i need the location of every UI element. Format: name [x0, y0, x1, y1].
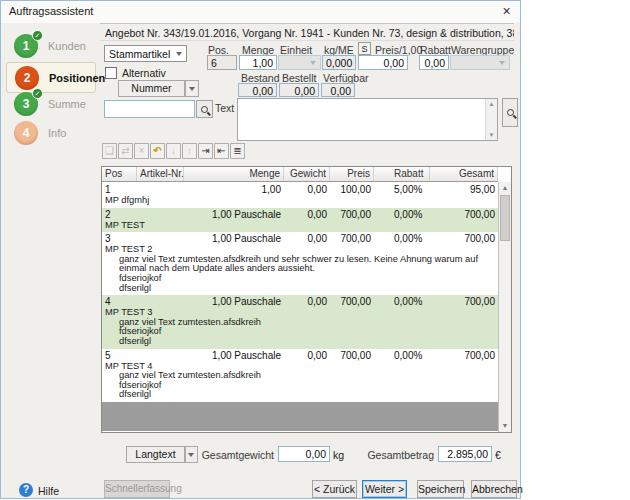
chevron-down-icon — [176, 52, 182, 56]
article-type-select[interactable]: Stammartikel — [104, 45, 187, 62]
position-text-line: dfserilgl — [102, 390, 498, 400]
scroll-down-icon[interactable]: ▼ — [486, 130, 497, 140]
position-text-line: fdseriojkof — [102, 274, 498, 284]
column-header-rabatt[interactable]: Rabatt — [374, 167, 430, 181]
nummer-dropdown-button[interactable] — [185, 80, 199, 97]
alternativ-label: Alternativ — [122, 67, 166, 79]
position-text-line: fdseriojkof — [102, 381, 498, 391]
s-toggle[interactable]: S — [358, 42, 371, 55]
step-done-check-icon: ✓ — [32, 88, 43, 99]
preis-field[interactable]: 0,00 — [358, 55, 408, 70]
step-number-circle: 4 — [14, 121, 38, 145]
column-header-artikelnr[interactable]: Artikel-Nr. — [137, 167, 184, 181]
step-label: Summe — [48, 98, 86, 110]
position-list-icon[interactable]: ≣ — [230, 143, 245, 159]
cell-preis: 100,00 — [330, 183, 374, 196]
delete-position-icon: × — [134, 143, 149, 159]
cell-gesamt: 700,00 — [430, 295, 498, 308]
gesamtgewicht-unit: kg — [333, 449, 344, 461]
speichern-button[interactable]: Speichern — [417, 480, 464, 498]
langtext-button[interactable]: Langtext — [126, 446, 185, 463]
sidebar-step-info[interactable]: 4Info — [6, 118, 96, 149]
cell-artikel — [137, 349, 184, 362]
window-title: Auftragsassistent — [9, 5, 93, 17]
help-label[interactable]: Hilfe — [38, 485, 59, 497]
text-label: Text — [215, 102, 234, 114]
pos-field: 6 — [207, 55, 237, 70]
cell-menge: 1,00 — [184, 183, 284, 196]
column-header-gesamt[interactable]: Gesamt — [430, 167, 498, 181]
position-text-line: MP TEST 4 — [102, 362, 498, 372]
table-row[interactable]: 11,000,00100,005,00%95,00MP dfgmhj — [102, 183, 498, 208]
sidebar-step-kunden[interactable]: 1✓Kunden — [6, 31, 96, 62]
cell-menge: 1,00 Pauschale — [184, 208, 284, 221]
indent-icon[interactable]: ⇥ — [198, 143, 213, 159]
scroll-down-icon[interactable]: ▼ — [499, 420, 511, 432]
help-icon[interactable]: ? — [19, 483, 33, 497]
cell-pos: 3 — [102, 232, 137, 245]
langtext-dropdown-button[interactable] — [185, 446, 198, 463]
column-header-gewicht[interactable]: Gewicht — [284, 167, 330, 181]
schnellerfassung-button: Schnellerfassung — [104, 480, 170, 498]
position-text-area[interactable]: ▲ ▼ — [237, 98, 498, 141]
column-header-menge[interactable]: Menge — [184, 167, 284, 181]
position-text-line: ganz viel Text zumtesten.afsdkreih und s… — [102, 255, 498, 265]
undo-icon[interactable]: ↶ — [150, 143, 165, 159]
position-text-line: dfserilgl — [102, 284, 498, 294]
outdent-icon[interactable]: ⇤ — [214, 143, 229, 159]
cell-artikel — [137, 208, 184, 221]
cell-menge: 1,00 Pauschale — [184, 349, 284, 362]
article-search-button[interactable] — [196, 100, 213, 118]
scroll-up-icon[interactable]: ▲ — [499, 182, 511, 194]
chevron-down-icon — [310, 61, 316, 65]
kgme-field: 0,000 — [322, 55, 356, 70]
scroll-up-icon[interactable]: ▲ — [486, 99, 497, 109]
menge-field[interactable]: 1,00 — [239, 55, 277, 70]
cell-gesamt: 700,00 — [430, 349, 498, 362]
cell-pos: 1 — [102, 183, 137, 196]
close-icon[interactable]: × — [498, 3, 515, 20]
einheit-select — [278, 55, 321, 70]
order-info-bar: Angebot Nr. 343/19.01.2016, Vorgang Nr. … — [105, 27, 514, 39]
scrollbar-thumb[interactable] — [500, 195, 510, 241]
weiter-button[interactable]: Weiter > — [362, 480, 407, 498]
rabatt-field[interactable]: 0,00 — [419, 55, 449, 70]
column-header-preis[interactable]: Preis — [330, 167, 374, 181]
alternativ-checkbox[interactable] — [105, 67, 117, 79]
cell-rabatt: 0,00% — [374, 349, 430, 362]
title-bar: Auftragsassistent × — [1, 1, 520, 23]
position-text-line: MP dfgmhj — [102, 196, 498, 206]
cell-menge: 1,00 Pauschale — [184, 232, 284, 245]
positions-table: PosArtikel-Nr.MengeGewichtPreisRabattGes… — [101, 166, 512, 433]
table-row[interactable]: 21,00 Pauschale0,00700,000,00%700,00MP T… — [102, 208, 498, 233]
nummer-button[interactable]: Nummer — [118, 80, 185, 97]
table-row[interactable]: 31,00 Pauschale0,00700,000,00%700,00MP T… — [102, 232, 498, 295]
sidebar-step-summe[interactable]: 3✓Summe — [6, 89, 96, 120]
cell-gesamt: 95,00 — [430, 183, 498, 196]
cell-menge: 1,00 Pauschale — [184, 295, 284, 308]
zurueck-button[interactable]: < Zurück — [312, 480, 357, 498]
cell-gesamt: 700,00 — [430, 232, 498, 245]
selected-empty-row[interactable] — [102, 402, 498, 431]
column-header-pos[interactable]: Pos — [102, 167, 137, 181]
position-text-line: ganz viel Text zumtesten.afsdkreih — [102, 371, 498, 381]
table-header: PosArtikel-Nr.MengeGewichtPreisRabattGes… — [102, 167, 498, 182]
article-search-input[interactable] — [104, 100, 195, 118]
gesamtbetrag-label: Gesamtbetrag — [361, 449, 434, 461]
table-scrollbar[interactable]: ▲ ▼ — [498, 182, 511, 432]
move-down-icon: ↓ — [166, 143, 181, 159]
step-number-circle: 2 — [15, 66, 39, 90]
position-text-line: fdseriojkof — [102, 327, 498, 337]
text-zoom-button[interactable] — [502, 98, 518, 127]
abbrechen-button[interactable]: Abbrechen — [471, 480, 517, 498]
cell-rabatt: 5,00% — [374, 183, 430, 196]
cell-rabatt: 0,00% — [374, 295, 430, 308]
table-row[interactable]: 41,00 Pauschale0,00700,000,00%700,00MP T… — [102, 295, 498, 348]
text-scrollbar[interactable]: ▲ ▼ — [485, 99, 497, 140]
cell-rabatt: 0,00% — [374, 232, 430, 245]
table-row[interactable]: 51,00 Pauschale0,00700,000,00%700,00MP T… — [102, 349, 498, 402]
cell-gesamt: 700,00 — [430, 208, 498, 221]
divider — [100, 23, 514, 24]
table-body: 11,000,00100,005,00%95,00MP dfgmhj21,00 … — [102, 183, 498, 432]
dialog-window: Auftragsassistent × 1✓Kunden2Positionen3… — [0, 0, 521, 499]
